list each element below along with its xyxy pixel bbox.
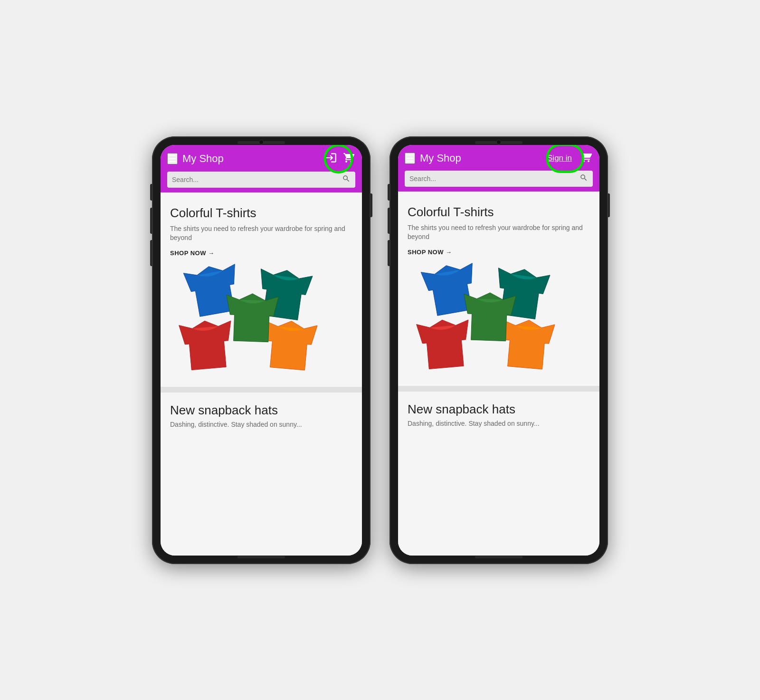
section-divider-1 — [161, 387, 362, 393]
hero-title-1: Colorful T-shirts — [170, 206, 352, 221]
search-bar-1 — [167, 172, 355, 188]
cart-icon-btn-1[interactable] — [342, 151, 355, 166]
phone-1-screen: ☰ My Shop — [161, 145, 362, 556]
tshirts-illustration-1 — [170, 261, 352, 385]
comparison-phones: ☰ My Shop — [152, 136, 608, 564]
power-btn-2 — [608, 193, 610, 217]
cart-icon-btn-2[interactable] — [580, 151, 593, 166]
app-content-2: Colorful T-shirts The shirts you need to… — [398, 192, 599, 556]
volume-down-btn — [150, 208, 152, 234]
next-section-subtitle-1: Dashing, distinctive. Stay shaded on sun… — [170, 421, 352, 428]
header-actions-1 — [324, 151, 355, 167]
hero-subtitle-1: The shirts you need to refresh your ward… — [170, 224, 352, 243]
power-btn — [370, 193, 372, 217]
shop-now-btn-2[interactable]: SHOP NOW → — [408, 249, 452, 256]
shop-now-btn-1[interactable]: SHOP NOW → — [170, 249, 215, 257]
header-actions-2: Sign in — [543, 151, 593, 166]
app-title-1: My Shop — [182, 153, 319, 165]
search-btn-2[interactable] — [580, 173, 588, 184]
hero-title-2: Colorful T-shirts — [408, 205, 590, 220]
next-section-subtitle-2: Dashing, distinctive. Stay shaded on sun… — [408, 420, 590, 427]
next-section-1: New snapback hats Dashing, distinctive. … — [161, 393, 362, 436]
next-section-title-1: New snapback hats — [170, 403, 352, 418]
hero-section-2: Colorful T-shirts The shirts you need to… — [398, 192, 599, 386]
menu-icon-2[interactable]: ☰ — [405, 153, 415, 164]
hero-subtitle-2: The shirts you need to refresh your ward… — [408, 223, 590, 242]
phone-2-screen: ☰ My Shop Sign in — [398, 145, 599, 556]
phone-camera-2 — [496, 140, 501, 144]
volume-down-btn-2 — [388, 208, 390, 234]
volume-up-btn — [150, 184, 152, 201]
app-header-2: ☰ My Shop Sign in — [398, 145, 599, 192]
camera-btn-2 — [388, 240, 390, 266]
sign-in-btn-2[interactable]: Sign in — [543, 152, 576, 165]
section-divider-2 — [398, 386, 599, 392]
search-bar-2 — [405, 171, 593, 187]
app-content-1: Colorful T-shirts The shirts you need to… — [161, 192, 362, 556]
next-section-title-2: New snapback hats — [408, 402, 590, 417]
next-section-2: New snapback hats Dashing, distinctive. … — [398, 392, 599, 435]
search-btn-1[interactable] — [342, 174, 351, 185]
app-title-2: My Shop — [420, 152, 539, 164]
volume-up-btn-2 — [388, 184, 390, 201]
camera-btn — [150, 240, 152, 266]
menu-icon-1[interactable]: ☰ — [167, 153, 178, 164]
phone-camera — [259, 140, 264, 144]
tshirts-illustration-2 — [408, 260, 590, 384]
search-input-2[interactable] — [409, 175, 577, 182]
login-icon-btn-1[interactable] — [324, 151, 338, 167]
phone-2: ☰ My Shop Sign in — [390, 136, 608, 564]
header-top-1: ☰ My Shop — [167, 151, 355, 167]
hero-section-1: Colorful T-shirts The shirts you need to… — [161, 192, 362, 387]
phone-1: ☰ My Shop — [152, 136, 370, 564]
app-header-1: ☰ My Shop — [161, 145, 362, 192]
header-top-2: ☰ My Shop Sign in — [405, 151, 593, 166]
search-input-1[interactable] — [172, 176, 339, 183]
